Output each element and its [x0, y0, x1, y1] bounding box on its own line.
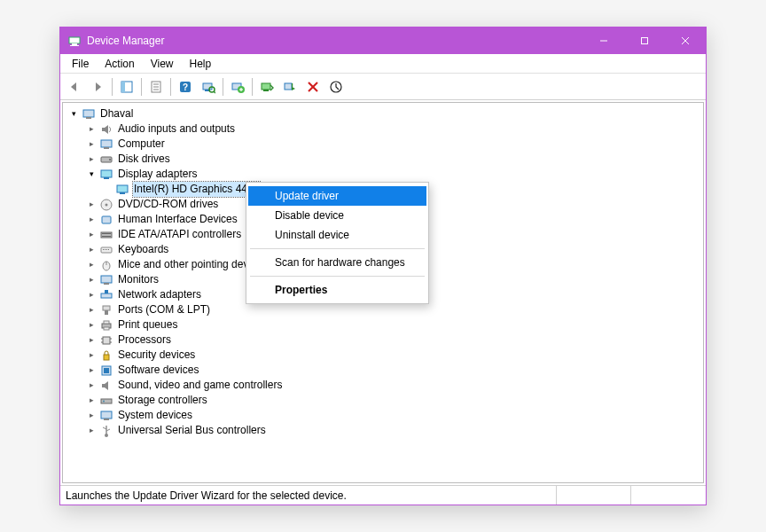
- disable-device-button[interactable]: [279, 76, 301, 98]
- chevron-right-icon[interactable]: ▸: [86, 289, 98, 301]
- uninstall-device-button[interactable]: [302, 76, 324, 98]
- show-hide-tree-button[interactable]: [116, 76, 137, 98]
- toolbar: ?: [60, 74, 706, 100]
- chevron-right-icon[interactable]: ▸: [86, 379, 98, 391]
- menu-view[interactable]: View: [143, 56, 182, 72]
- chevron-right-icon[interactable]: ▸: [86, 304, 98, 316]
- svg-rect-55: [101, 293, 112, 298]
- tree-label: Human Interface Devices: [117, 212, 238, 227]
- help-button[interactable]: ?: [175, 76, 196, 98]
- chevron-right-icon[interactable]: ▸: [86, 153, 98, 165]
- chevron-right-icon[interactable]: ▸: [86, 425, 98, 436]
- menu-file[interactable]: File: [64, 56, 97, 72]
- chevron-right-icon[interactable]: ▸: [86, 319, 98, 331]
- svg-rect-45: [102, 236, 111, 237]
- minimize-button[interactable]: [583, 27, 624, 54]
- svg-rect-43: [101, 232, 112, 238]
- chevron-right-icon[interactable]: ▸: [86, 229, 98, 240]
- mouse-icon: [99, 258, 113, 272]
- chevron-right-icon[interactable]: ▸: [86, 364, 98, 376]
- computer-icon: [99, 137, 113, 152]
- properties-button[interactable]: [145, 76, 167, 98]
- tree-item[interactable]: ▸ Software devices: [65, 363, 701, 378]
- svg-rect-38: [117, 185, 128, 192]
- tree-item[interactable]: ▸ Audio inputs and outputs: [65, 121, 701, 137]
- toolbar-separator: [223, 78, 223, 96]
- add-legacy-hardware-button[interactable]: [227, 76, 248, 98]
- svg-rect-49: [106, 249, 107, 250]
- chevron-right-icon[interactable]: ▸: [86, 274, 98, 286]
- tree-item[interactable]: ▸ Print queues: [65, 317, 701, 332]
- chevron-right-icon[interactable]: ▸: [86, 138, 98, 150]
- tree-item[interactable]: ▸ System devices: [65, 408, 701, 423]
- scan-hardware-button[interactable]: [198, 76, 219, 98]
- tree-label: System devices: [117, 408, 193, 423]
- tree-item[interactable]: ▸ Sound, video and game controllers: [65, 378, 701, 393]
- tree-item[interactable]: ▸ Security devices: [65, 348, 701, 363]
- ctx-update-driver[interactable]: Update driver: [248, 186, 426, 206]
- device-manager-window: Device Manager File Action View Help ?: [59, 27, 707, 505]
- svg-rect-36: [101, 170, 112, 177]
- svg-rect-54: [104, 283, 109, 285]
- dvd-icon: [99, 198, 113, 212]
- svg-rect-62: [103, 337, 110, 344]
- ctx-disable-device[interactable]: Disable device: [248, 206, 426, 225]
- close-button[interactable]: [665, 27, 706, 54]
- tree-item[interactable]: ▸ Processors: [65, 332, 701, 348]
- chevron-right-icon[interactable]: ▸: [86, 334, 98, 346]
- window-controls: [583, 27, 706, 54]
- maximize-button[interactable]: [624, 27, 665, 54]
- svg-rect-69: [104, 368, 109, 373]
- show-hidden-devices-button[interactable]: [325, 76, 347, 98]
- tree-label: Dhaval: [99, 106, 134, 121]
- sound-icon: [99, 379, 113, 393]
- svg-rect-33: [104, 147, 109, 149]
- svg-rect-23: [262, 83, 270, 90]
- ctx-scan-hardware[interactable]: Scan for hardware changes: [248, 253, 426, 272]
- system-device-icon: [99, 409, 113, 423]
- tree-item[interactable]: ▸ Ports (COM & LPT): [65, 302, 701, 317]
- tree-item[interactable]: ▸ Universal Serial Bus controllers: [65, 423, 701, 438]
- chevron-down-icon[interactable]: ▾: [86, 168, 98, 180]
- menu-help[interactable]: Help: [182, 56, 220, 72]
- svg-rect-73: [104, 419, 109, 420]
- svg-rect-26: [292, 83, 293, 90]
- ide-icon: [99, 228, 113, 242]
- menu-action[interactable]: Action: [97, 56, 142, 72]
- tree-item[interactable]: ▸ Computer: [65, 137, 701, 152]
- svg-rect-72: [101, 411, 112, 419]
- chevron-right-icon[interactable]: ▸: [86, 244, 98, 255]
- display-adapter-icon: [99, 168, 113, 182]
- forward-button[interactable]: [87, 76, 108, 98]
- svg-rect-70: [101, 399, 112, 403]
- update-driver-button[interactable]: [256, 76, 277, 98]
- svg-rect-0: [69, 37, 80, 43]
- chevron-right-icon[interactable]: ▸: [86, 259, 98, 270]
- svg-rect-67: [104, 355, 109, 360]
- ctx-properties[interactable]: Properties: [248, 280, 426, 300]
- disk-icon: [99, 153, 113, 167]
- tree-label: Display adapters: [117, 167, 198, 182]
- ctx-uninstall-device[interactable]: Uninstall device: [248, 225, 426, 245]
- chevron-right-icon[interactable]: ▸: [86, 123, 98, 135]
- chevron-right-icon[interactable]: ▸: [86, 395, 98, 406]
- tree-item[interactable]: ▸ Storage controllers: [65, 393, 701, 408]
- chevron-down-icon[interactable]: ▾: [68, 108, 80, 120]
- svg-rect-53: [101, 276, 112, 283]
- device-tree[interactable]: ▾ Dhaval ▸ Audio inputs and outputs ▸ Co…: [62, 102, 704, 483]
- svg-rect-60: [104, 321, 109, 324]
- svg-rect-2: [70, 45, 79, 46]
- svg-point-41: [106, 203, 108, 206]
- tree-item-display-adapters[interactable]: ▾ Display adapters: [65, 167, 701, 182]
- titlebar: Device Manager: [60, 27, 706, 54]
- chevron-right-icon[interactable]: ▸: [86, 349, 98, 361]
- back-button[interactable]: [64, 76, 85, 98]
- svg-rect-57: [103, 306, 110, 310]
- tree-label: Monitors: [117, 272, 160, 287]
- display-adapter-icon: [115, 183, 129, 197]
- chevron-right-icon[interactable]: ▸: [86, 214, 98, 225]
- chevron-right-icon[interactable]: ▸: [86, 199, 98, 210]
- tree-item[interactable]: ▸ Disk drives: [65, 152, 701, 167]
- chevron-right-icon[interactable]: ▸: [86, 410, 98, 421]
- tree-root[interactable]: ▾ Dhaval: [65, 106, 701, 121]
